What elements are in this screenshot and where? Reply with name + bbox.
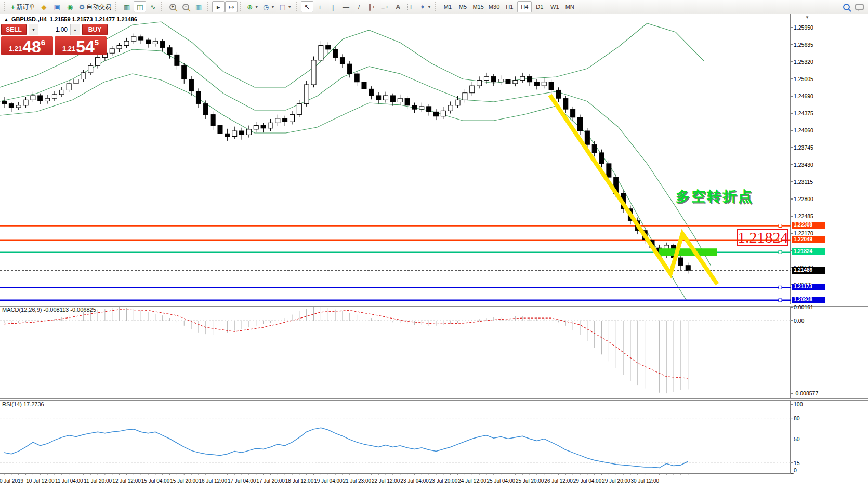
market-watch-icon: ◆ — [42, 4, 47, 10]
timeframe-d1-button[interactable]: D1 — [532, 1, 547, 12]
market-watch-button[interactable]: ◆ — [38, 1, 50, 12]
charts-button[interactable]: ▣ — [51, 1, 63, 12]
candle-body — [455, 100, 460, 105]
auto-trading-button[interactable]: ⚙ 自动交易 — [77, 1, 114, 12]
buy-price-button[interactable]: 1.21 54 5 — [55, 36, 107, 55]
level-line-handle[interactable] — [779, 224, 782, 227]
toolbar: + 新订单 ◆ ▣ ◉ ⚙ 自动交易 ▥ ◫ ∿ + − ▦ ▸ ↦ ⊕▼ ◷▼… — [0, 0, 868, 14]
search-button[interactable] — [840, 1, 852, 12]
timeframe-mn-button[interactable]: MN — [562, 1, 577, 12]
fibonacci-letter: F — [386, 5, 389, 9]
chat-button[interactable] — [853, 1, 866, 12]
cursor-icon: ↖ — [304, 4, 310, 10]
templates-button[interactable]: ▤▼ — [277, 1, 293, 12]
candle-body — [268, 123, 273, 128]
candle-body — [124, 41, 129, 45]
macd-signal-line — [4, 310, 688, 378]
equidistant-channel-button[interactable]: ∥E — [366, 1, 378, 12]
pane-separator[interactable] — [0, 304, 868, 307]
candle-body — [246, 129, 251, 135]
zoom-out-button[interactable]: − — [179, 1, 192, 12]
sell-price-pip: 6 — [41, 38, 45, 47]
sell-button[interactable]: SELL — [1, 24, 27, 35]
candle-body — [153, 41, 157, 44]
channel-icon: ∥ — [368, 4, 372, 10]
candle-body — [203, 104, 208, 115]
stepper-down-icon: ▼ — [32, 28, 35, 32]
candle-body — [578, 117, 583, 131]
candle-body — [319, 46, 323, 60]
symbol-period-label: GBPUSD-,H4 — [11, 16, 47, 22]
toolbar-grip — [207, 2, 209, 11]
tile-windows-button[interactable]: ▦ — [192, 1, 205, 12]
cursor-button[interactable]: ↖ — [301, 1, 313, 12]
volume-decrease-button[interactable]: ▼ — [29, 24, 38, 35]
volume-stepper: ▼ 1.00 ▲ — [29, 24, 80, 35]
bollinger-lower-line — [0, 74, 687, 301]
volume-increase-button[interactable]: ▲ — [70, 24, 80, 35]
auto-trading-label: 自动交易 — [86, 3, 111, 11]
auto-scroll-button[interactable]: ▸ — [212, 1, 225, 12]
text-icon: A — [396, 4, 400, 10]
text-label-button[interactable]: T — [405, 1, 417, 12]
zoom-in-icon: + — [169, 4, 176, 10]
timeframe-m30-button[interactable]: M30 — [486, 1, 502, 12]
level-line-handle[interactable] — [779, 286, 782, 289]
pane-separator[interactable] — [0, 398, 868, 401]
line-chart-button[interactable]: ∿ — [147, 1, 159, 12]
candle-body — [419, 107, 424, 109]
bar-chart-icon: ▥ — [124, 4, 130, 10]
candle-body — [354, 74, 359, 82]
candle-body — [175, 55, 179, 65]
periods-button[interactable]: ◷▼ — [261, 1, 277, 12]
zoom-in-button[interactable]: + — [166, 1, 179, 12]
new-order-button[interactable]: + 新订单 — [9, 1, 37, 12]
sell-price-button[interactable]: 1.21 48 6 — [1, 36, 53, 55]
trendline-icon: / — [358, 4, 360, 10]
arrows-icon: ✦ — [420, 4, 426, 10]
volume-field[interactable]: 1.00 — [38, 24, 70, 35]
candle-body — [326, 46, 331, 49]
fibonacci-icon: ≡ — [381, 4, 385, 10]
buy-button[interactable]: BUY — [82, 24, 108, 35]
text-button[interactable]: A — [392, 1, 404, 12]
zoom-out-icon: − — [182, 4, 189, 10]
timeframe-m15-button[interactable]: M15 — [470, 1, 485, 12]
candle-body — [549, 82, 554, 90]
candle-body — [484, 76, 489, 80]
arrows-button[interactable]: ✦▼ — [418, 1, 433, 12]
toolbar-grip — [240, 2, 242, 11]
vertical-line-button[interactable]: | — [327, 1, 339, 12]
candlestick-chart-button[interactable]: ◫ — [134, 1, 146, 12]
horizontal-line-button[interactable]: — — [340, 1, 352, 12]
timeframe-w1-button[interactable]: W1 — [547, 1, 562, 12]
sell-price-prefix: 1.21 — [9, 45, 22, 52]
rsi-header: RSI(14) 17.2736 — [2, 401, 44, 407]
candle-body — [182, 65, 187, 79]
horizontal-line-icon: — — [343, 4, 349, 10]
turning-point-annotation[interactable]: 多空转折点 — [676, 187, 754, 206]
chart-shift-button[interactable]: ↦ — [225, 1, 238, 12]
level-line-handle[interactable] — [779, 299, 782, 302]
crosshair-button[interactable]: + — [314, 1, 326, 12]
fibonacci-button[interactable]: ≡F — [379, 1, 391, 12]
signals-button[interactable]: ◉ — [64, 1, 76, 12]
level-line-handle[interactable] — [779, 250, 782, 254]
candle-body — [390, 96, 395, 102]
candle-body — [67, 84, 71, 90]
timeframe-h1-button[interactable]: H1 — [502, 1, 517, 12]
indicators-button[interactable]: ⊕▼ — [245, 1, 260, 12]
crosshair-icon: + — [318, 4, 322, 10]
price-callout-box[interactable]: 1.21824 — [737, 229, 788, 246]
chat-icon — [855, 4, 864, 10]
trendline-button[interactable]: / — [353, 1, 365, 12]
candle-body — [196, 91, 201, 104]
macd-header: MACD(12,26,9) -0.008113 -0.006825 — [2, 307, 96, 313]
collapse-panel-icon[interactable]: ▲ — [4, 17, 8, 22]
highlight-rect[interactable] — [659, 248, 717, 256]
timeframe-m1-button[interactable]: M1 — [440, 1, 455, 12]
timeframe-m5-button[interactable]: M5 — [455, 1, 470, 12]
buy-price-main: 54 — [76, 39, 95, 55]
timeframe-h4-button[interactable]: H4 — [517, 1, 532, 12]
bar-chart-button[interactable]: ▥ — [121, 1, 133, 12]
